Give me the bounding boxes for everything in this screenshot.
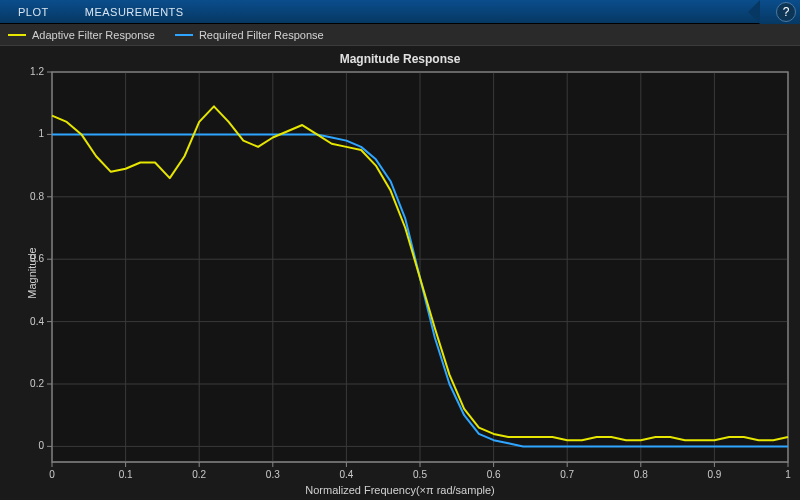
tab-measurements[interactable]: MEASUREMENTS [67,0,202,23]
svg-text:0.2: 0.2 [192,469,206,480]
svg-text:0.4: 0.4 [30,316,44,327]
legend-swatch-required [175,34,193,36]
legend: Adaptive Filter Response Required Filter… [0,24,800,46]
svg-text:0.2: 0.2 [30,378,44,389]
legend-label: Required Filter Response [199,29,324,41]
legend-item-adaptive[interactable]: Adaptive Filter Response [8,29,155,41]
svg-text:1: 1 [38,128,44,139]
svg-text:0: 0 [38,440,44,451]
chart-svg: 00.10.20.30.40.50.60.70.80.9100.20.40.60… [0,46,800,500]
svg-text:0.1: 0.1 [119,469,133,480]
toolbar-help-wrap: ? [760,0,800,24]
svg-text:1: 1 [785,469,791,480]
svg-text:0.8: 0.8 [634,469,648,480]
svg-text:0.6: 0.6 [487,469,501,480]
svg-text:0.3: 0.3 [266,469,280,480]
toolbar: PLOT MEASUREMENTS ? [0,0,800,24]
svg-text:0.7: 0.7 [560,469,574,480]
help-button[interactable]: ? [776,2,796,22]
legend-swatch-adaptive [8,34,26,36]
legend-item-required[interactable]: Required Filter Response [175,29,324,41]
svg-text:0.4: 0.4 [339,469,353,480]
svg-text:0.5: 0.5 [413,469,427,480]
svg-text:0.8: 0.8 [30,191,44,202]
svg-text:0.6: 0.6 [30,253,44,264]
legend-label: Adaptive Filter Response [32,29,155,41]
svg-text:0: 0 [49,469,55,480]
svg-text:1.2: 1.2 [30,66,44,77]
svg-text:0.9: 0.9 [707,469,721,480]
tab-plot[interactable]: PLOT [0,0,67,23]
plot-area: Magnitude Response Magnitude Normalized … [0,46,800,500]
